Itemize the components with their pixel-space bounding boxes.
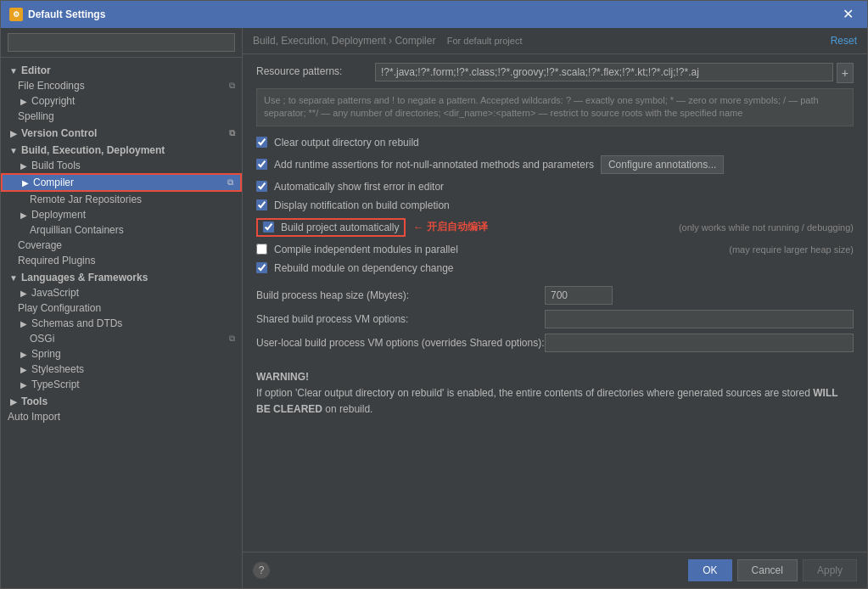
sidebar-item-compiler[interactable]: ▶ Compiler ⧉ bbox=[1, 173, 242, 192]
warning-box: WARNING! If option 'Clear output directo… bbox=[256, 369, 854, 418]
sidebar-item-version-control[interactable]: ▶ Version Control ⧉ bbox=[1, 124, 242, 141]
sidebar-item-file-encodings[interactable]: File Encodings ⧉ bbox=[1, 78, 242, 93]
clear-output-row: Clear output directory on rebuild bbox=[256, 135, 854, 150]
help-icon[interactable]: ? bbox=[253, 562, 270, 579]
warning-text: WARNING! If option 'Clear output directo… bbox=[256, 369, 854, 418]
configure-annotations-button[interactable]: Configure annotations... bbox=[601, 155, 724, 174]
resource-patterns-label: Resource patterns: bbox=[256, 63, 375, 77]
apply-button[interactable]: Apply bbox=[803, 559, 857, 581]
compile-parallel-note: (may require larger heap size) bbox=[712, 244, 854, 255]
user-local-vm-label: User-local build process VM options (ove… bbox=[256, 337, 545, 349]
search-input[interactable] bbox=[8, 33, 235, 52]
shared-vm-input[interactable] bbox=[545, 310, 854, 328]
add-pattern-button[interactable]: + bbox=[837, 63, 854, 83]
build-auto-checkbox[interactable] bbox=[263, 222, 274, 233]
sidebar-item-typescript[interactable]: ▶ TypeScript bbox=[1, 377, 242, 392]
close-button[interactable]: ✕ bbox=[837, 6, 859, 23]
sidebar-item-editor[interactable]: ▼ Editor bbox=[1, 61, 242, 78]
dialog: ⚙ Default Settings ✕ ▼ Editor File Encod… bbox=[0, 0, 868, 589]
clear-output-label: Clear output directory on rebuild bbox=[274, 137, 419, 149]
rebuild-checkbox[interactable] bbox=[256, 262, 267, 273]
sidebar-item-remote-jar[interactable]: Remote Jar Repositories bbox=[1, 192, 242, 207]
user-local-vm-row: User-local build process VM options (ove… bbox=[256, 334, 854, 352]
rebuild-row: Rebuild module on dependency change bbox=[256, 261, 854, 276]
sidebar-item-build-tools[interactable]: ▶ Build Tools bbox=[1, 158, 242, 173]
heap-size-label: Build process heap size (Mbytes): bbox=[256, 289, 545, 301]
expand-arrow-js: ▶ bbox=[18, 287, 30, 299]
sidebar-item-spelling[interactable]: Spelling bbox=[1, 109, 242, 124]
display-notification-label: Display notification on build completion bbox=[274, 199, 450, 211]
copy-icon-vc: ⧉ bbox=[229, 128, 235, 138]
clear-output-checkbox[interactable] bbox=[256, 137, 267, 148]
ok-button[interactable]: OK bbox=[688, 559, 731, 581]
title-bar-left: ⚙ Default Settings bbox=[9, 8, 105, 21]
main-header: Build, Execution, Deployment › Compiler … bbox=[243, 28, 867, 54]
expand-arrow-compiler: ▶ bbox=[20, 177, 31, 188]
compile-parallel-checkbox[interactable] bbox=[256, 244, 267, 255]
expand-arrow-vc: ▶ bbox=[8, 127, 20, 139]
sidebar-item-deployment[interactable]: ▶ Deployment bbox=[1, 207, 242, 222]
shared-vm-label: Shared build process VM options: bbox=[256, 313, 545, 325]
sidebar-item-schemas-dtds[interactable]: ▶ Schemas and DTDs bbox=[1, 316, 242, 331]
sidebar: ▼ Editor File Encodings ⧉ ▶ Copyright Sp… bbox=[1, 28, 243, 588]
sidebar-item-arquillian[interactable]: Arquillian Containers bbox=[1, 222, 242, 238]
sidebar-item-javascript[interactable]: ▶ JavaScript bbox=[1, 285, 242, 300]
build-auto-wrap: Build project automatically bbox=[256, 218, 406, 237]
show-first-error-row: Automatically show first error in editor bbox=[256, 179, 854, 194]
expand-arrow-stylesheets: ▶ bbox=[18, 363, 30, 375]
expand-arrow-lang: ▼ bbox=[8, 272, 20, 283]
bottom-buttons: OK Cancel Apply bbox=[688, 559, 857, 581]
runtime-assertions-checkbox[interactable] bbox=[256, 159, 267, 170]
app-icon: ⚙ bbox=[9, 8, 23, 21]
tree: ▼ Editor File Encodings ⧉ ▶ Copyright Sp… bbox=[1, 58, 242, 588]
search-box bbox=[1, 28, 242, 58]
display-notification-checkbox[interactable] bbox=[256, 199, 267, 210]
resource-patterns-input[interactable] bbox=[375, 63, 833, 81]
annotation-text: 开启自动编译 bbox=[427, 220, 488, 234]
sidebar-item-auto-import[interactable]: Auto Import bbox=[1, 409, 242, 424]
display-notification-row: Display notification on build completion bbox=[256, 198, 854, 213]
content-area: ▼ Editor File Encodings ⧉ ▶ Copyright Sp… bbox=[1, 28, 867, 588]
heap-size-row: Build process heap size (Mbytes): bbox=[256, 286, 854, 305]
copy-icon: ⧉ bbox=[229, 81, 235, 91]
help-text: Use ; to separate patterns and ! to nega… bbox=[256, 88, 854, 126]
title-bar: ⚙ Default Settings ✕ bbox=[1, 1, 867, 28]
bottom-bar: ? OK Cancel Apply bbox=[243, 552, 867, 588]
breadcrumb-note: For default project bbox=[447, 36, 523, 46]
show-first-error-label: Automatically show first error in editor bbox=[274, 181, 444, 193]
reset-link[interactable]: Reset bbox=[831, 35, 857, 47]
sidebar-item-tools[interactable]: ▶ Tools bbox=[1, 392, 242, 409]
expand-arrow-copyright: ▶ bbox=[18, 95, 30, 107]
expand-arrow-editor: ▼ bbox=[8, 65, 20, 76]
expand-arrow-typescript: ▶ bbox=[18, 379, 30, 390]
sidebar-item-spring[interactable]: ▶ Spring bbox=[1, 346, 242, 362]
warning-body: If option 'Clear output directory on reb… bbox=[256, 387, 837, 415]
sidebar-item-required-plugins[interactable]: Required Plugins bbox=[1, 253, 242, 268]
annotation-arrow: ← 开启自动编译 bbox=[412, 220, 488, 234]
warning-title: WARNING! bbox=[256, 371, 309, 383]
breadcrumb: Build, Execution, Deployment › Compiler … bbox=[253, 35, 522, 47]
build-auto-label: Build project automatically bbox=[281, 222, 399, 233]
sidebar-item-coverage[interactable]: Coverage bbox=[1, 238, 242, 253]
sidebar-item-play-configuration[interactable]: Play Configuration bbox=[1, 300, 242, 316]
copy-icon-osgi: ⧉ bbox=[229, 334, 235, 344]
expand-arrow-schemas: ▶ bbox=[18, 317, 30, 329]
sidebar-item-stylesheets[interactable]: ▶ Stylesheets bbox=[1, 362, 242, 377]
sidebar-item-build-execution[interactable]: ▼ Build, Execution, Deployment bbox=[1, 141, 242, 158]
runtime-assertions-label: Add runtime assertions for not-null-anno… bbox=[274, 159, 594, 171]
resource-patterns-row: Resource patterns: + bbox=[256, 63, 854, 83]
user-local-vm-input[interactable] bbox=[545, 334, 854, 352]
compile-parallel-label: Compile independent modules in parallel bbox=[274, 244, 458, 255]
sidebar-item-osgi[interactable]: OSGi ⧉ bbox=[1, 331, 242, 346]
build-auto-row: Build project automatically ← 开启自动编译 (on… bbox=[256, 216, 854, 238]
sidebar-item-copyright[interactable]: ▶ Copyright bbox=[1, 93, 242, 109]
show-first-error-checkbox[interactable] bbox=[256, 181, 267, 192]
heap-size-input[interactable] bbox=[545, 286, 613, 305]
expand-arrow-bt: ▶ bbox=[18, 160, 30, 171]
shared-vm-row: Shared build process VM options: bbox=[256, 310, 854, 328]
cancel-button[interactable]: Cancel bbox=[737, 559, 798, 581]
sidebar-item-languages[interactable]: ▼ Languages & Frameworks bbox=[1, 268, 242, 285]
expand-arrow-deployment: ▶ bbox=[18, 209, 30, 221]
main-content: Resource patterns: + Use ; to separate p… bbox=[243, 54, 867, 552]
main-panel: Build, Execution, Deployment › Compiler … bbox=[243, 28, 867, 588]
